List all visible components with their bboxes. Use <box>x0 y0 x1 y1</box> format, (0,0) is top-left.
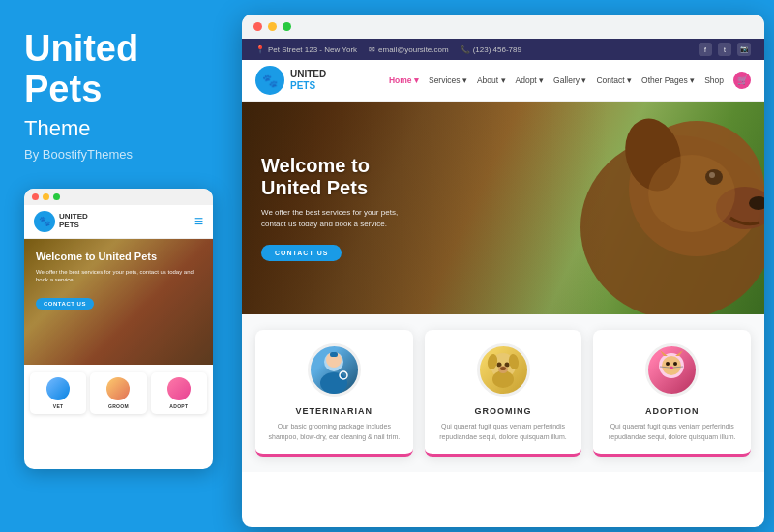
svg-marker-25 <box>660 350 668 356</box>
twitter-icon[interactable]: t <box>718 43 731 56</box>
adopt-desc: Qui quaerat fugit quas veniam perferindi… <box>605 422 739 442</box>
mobile-hero-title: Welcome to United Pets <box>36 251 201 263</box>
topbar-address: 📍 Pet Street 123 - New York <box>255 45 357 54</box>
nav-menu: Home ▾ Services ▾ About ▾ Adopt ▾ Galler… <box>389 72 751 89</box>
svg-point-27 <box>670 367 673 369</box>
mobile-dots <box>24 189 213 205</box>
nav-item-contact[interactable]: Contact ▾ <box>596 75 632 85</box>
hero-desc: We offer the best services for your pets… <box>261 207 398 230</box>
service-card-veterinarian: VETERINARIAN Our basic grooming package … <box>255 330 413 457</box>
mobile-groom-title: GROOM <box>94 403 142 409</box>
location-icon: 📍 <box>255 45 265 54</box>
mobile-logo-icon: 🐾 <box>34 211 55 232</box>
nav-item-home[interactable]: Home ▾ <box>389 75 419 85</box>
mobile-groom-icon <box>106 377 130 400</box>
theme-subtitle: Theme <box>24 116 208 141</box>
browser-dot-yellow <box>268 22 277 31</box>
service-card-grooming: GROOMING Qui quaerat fugit quas veniam p… <box>425 330 582 457</box>
mobile-logo-text: UNITED PETS <box>59 213 88 230</box>
mobile-vet-title: VET <box>34 403 82 409</box>
topbar-social: f t 📷 <box>699 43 751 56</box>
nav-item-adopt[interactable]: Adopt ▾ <box>516 75 545 85</box>
groom-avatar <box>477 343 530 397</box>
svg-rect-11 <box>330 352 338 357</box>
mobile-vet-icon <box>46 377 70 400</box>
hero-title: Welcome to United Pets <box>261 155 398 199</box>
browser-dot-red <box>253 22 262 31</box>
nav-item-shop[interactable]: Shop <box>704 75 724 85</box>
mobile-adopt-icon <box>167 377 191 400</box>
hero-content: Welcome to United Pets We offer the best… <box>261 155 398 261</box>
mobile-cta-button[interactable]: CONTACT US <box>36 298 94 310</box>
mobile-hamburger-icon[interactable]: ≡ <box>194 213 203 230</box>
svg-point-18 <box>500 367 506 370</box>
groom-desc: Qui quaerat fugit quas veniam perferindi… <box>436 422 571 442</box>
site-logo: 🐾 UNITED PETS <box>255 66 326 95</box>
mobile-card-groom: GROOM <box>90 372 146 414</box>
mobile-dot-red <box>32 193 39 200</box>
svg-point-23 <box>666 362 670 366</box>
vet-desc: Our basic grooming package includes sham… <box>267 422 402 442</box>
svg-point-22 <box>662 356 681 375</box>
topbar-email: ✉ email@yoursite.com <box>369 45 449 54</box>
service-card-adoption: ADOPTION Qui quaerat fugit quas veniam p… <box>593 330 751 457</box>
theme-by: By BoostifyThemes <box>24 147 208 162</box>
site-topbar: 📍 Pet Street 123 - New York ✉ email@your… <box>242 39 764 60</box>
mobile-adopt-title: ADOPT <box>155 403 203 409</box>
svg-point-9 <box>320 372 347 394</box>
services-section: VETERINARIAN Our basic grooming package … <box>242 314 764 472</box>
mobile-service-cards: VET GROOM ADOPT <box>24 365 213 422</box>
nav-item-about[interactable]: About ▾ <box>477 75 506 85</box>
nav-item-other[interactable]: Other Pages ▾ <box>641 75 695 85</box>
left-panel: United Pets Theme By BoostifyThemes 🐾 UN… <box>0 0 232 532</box>
vet-title: VETERINARIAN <box>267 406 402 416</box>
nav-cart-icon[interactable]: 🛒 <box>733 72 751 89</box>
mobile-hero-text: We offer the best services for your pets… <box>36 268 201 284</box>
groom-title: GROOMING <box>436 406 571 416</box>
mobile-dot-yellow <box>43 193 49 200</box>
mobile-hero-content: Welcome to United Pets We offer the best… <box>36 251 201 310</box>
svg-marker-26 <box>675 350 683 356</box>
browser-preview: 📍 Pet Street 123 - New York ✉ email@your… <box>242 15 764 527</box>
svg-point-24 <box>673 362 677 366</box>
mobile-card-vet: VET <box>30 372 86 414</box>
site-logo-icon: 🐾 <box>255 66 284 95</box>
phone-icon: 📞 <box>461 45 470 54</box>
mobile-hero: Welcome to United Pets We offer the best… <box>24 239 213 365</box>
vet-avatar <box>308 343 361 397</box>
site-hero: Welcome to United Pets We offer the best… <box>242 102 764 314</box>
site-nav: 🐾 UNITED PETS Home ▾ Services ▾ About ▾ … <box>242 60 764 102</box>
mobile-dot-green <box>53 193 60 200</box>
site-logo-text: UNITED PETS <box>290 69 326 92</box>
mobile-logo: 🐾 UNITED PETS <box>34 211 88 232</box>
hero-cta-button[interactable]: CONTACT US <box>261 245 342 261</box>
facebook-icon[interactable]: f <box>699 43 712 56</box>
mobile-preview: 🐾 UNITED PETS ≡ Welcome to United Pets W… <box>24 189 213 469</box>
instagram-icon[interactable]: 📷 <box>737 43 751 56</box>
topbar-left: 📍 Pet Street 123 - New York ✉ email@your… <box>255 45 521 54</box>
topbar-phone: 📞 (123) 456-789 <box>461 45 521 54</box>
browser-dot-green <box>283 22 291 31</box>
nav-item-services[interactable]: Services ▾ <box>429 75 467 85</box>
email-icon: ✉ <box>369 45 375 54</box>
adopt-avatar <box>645 343 699 397</box>
mobile-header: 🐾 UNITED PETS ≡ <box>24 205 213 239</box>
theme-title: United Pets <box>24 29 208 110</box>
nav-item-gallery[interactable]: Gallery ▾ <box>553 75 586 85</box>
adopt-title: ADOPTION <box>605 406 739 416</box>
mobile-card-adopt: ADOPT <box>151 372 207 414</box>
browser-chrome <box>242 15 764 39</box>
